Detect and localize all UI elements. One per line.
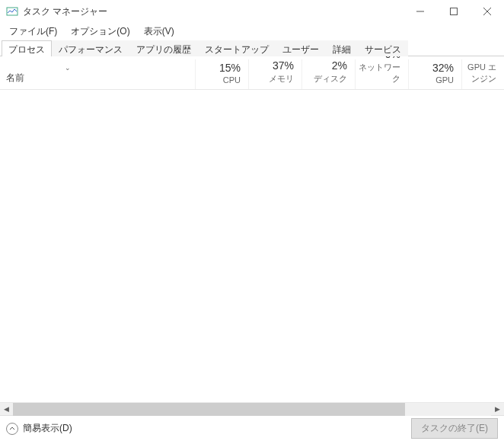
chevron-up-icon: [6, 423, 18, 435]
fewer-details-button[interactable]: 簡易表示(D): [6, 422, 72, 435]
column-header-cpu[interactable]: 15% CPU: [195, 59, 248, 89]
svg-rect-2: [451, 8, 458, 15]
menu-view[interactable]: 表示(V): [138, 24, 180, 40]
fewer-details-label: 簡易表示(D): [23, 422, 72, 435]
window-controls: [404, 0, 504, 23]
sort-indicator-icon: ⌄: [65, 64, 71, 72]
close-button[interactable]: [471, 0, 504, 23]
window-title: タスク マネージャー: [23, 5, 404, 18]
tab-details[interactable]: 詳細: [326, 40, 358, 56]
end-task-button[interactable]: タスクの終了(E): [411, 418, 498, 439]
scroll-left-arrow-icon[interactable]: ◀: [0, 403, 13, 416]
column-headers: ⌄ 名前 15% CPU 37% メモリ 2% ディスク 0% ネットワーク 3…: [0, 56, 504, 90]
cpu-percent: 15%: [199, 62, 241, 74]
gpu-engine-label: GPU エンジン: [465, 62, 496, 85]
menu-file[interactable]: ファイル(F): [3, 24, 63, 40]
gpu-percent: 32%: [412, 62, 454, 74]
memory-percent: 37%: [252, 59, 294, 72]
svg-rect-0: [7, 8, 18, 15]
tab-performance[interactable]: パフォーマンス: [52, 40, 129, 56]
network-label: ネットワーク: [359, 62, 400, 85]
tab-services[interactable]: サービス: [358, 40, 408, 56]
app-icon: [6, 5, 18, 18]
tab-app-history[interactable]: アプリの履歴: [129, 40, 198, 56]
column-header-memory[interactable]: 37% メモリ: [248, 59, 301, 89]
tab-strip: プロセス パフォーマンス アプリの履歴 スタートアップ ユーザー 詳細 サービス: [0, 40, 504, 56]
menu-options[interactable]: オプション(O): [65, 24, 136, 40]
disk-label: ディスク: [305, 73, 347, 85]
horizontal-scrollbar[interactable]: ◀ ▶: [0, 402, 504, 415]
gpu-label: GPU: [412, 75, 454, 85]
titlebar: タスク マネージャー: [0, 0, 504, 23]
scroll-thumb[interactable]: [13, 403, 405, 416]
tab-users[interactable]: ユーザー: [276, 40, 326, 56]
tab-processes[interactable]: プロセス: [2, 40, 52, 56]
column-header-gpu-engine[interactable]: GPU エンジン: [461, 59, 504, 89]
column-header-disk[interactable]: 2% ディスク: [301, 59, 355, 89]
statusbar: 簡易表示(D) タスクの終了(E): [0, 415, 504, 441]
column-header-name[interactable]: ⌄ 名前: [0, 59, 195, 89]
column-header-network[interactable]: 0% ネットワーク: [355, 59, 408, 89]
maximize-button[interactable]: [437, 0, 471, 23]
scroll-track[interactable]: [13, 403, 491, 416]
column-name-label: 名前: [6, 72, 24, 85]
column-header-gpu[interactable]: 32% GPU: [408, 59, 461, 89]
disk-percent: 2%: [305, 59, 347, 72]
minimize-button[interactable]: [404, 0, 437, 23]
tab-startup[interactable]: スタートアップ: [198, 40, 276, 56]
menubar: ファイル(F) オプション(O) 表示(V): [0, 23, 504, 40]
memory-label: メモリ: [252, 73, 294, 85]
process-list[interactable]: [0, 90, 504, 402]
content-area: ⌄ 名前 15% CPU 37% メモリ 2% ディスク 0% ネットワーク 3…: [0, 56, 504, 415]
cpu-label: CPU: [199, 75, 241, 85]
scroll-right-arrow-icon[interactable]: ▶: [491, 403, 504, 416]
